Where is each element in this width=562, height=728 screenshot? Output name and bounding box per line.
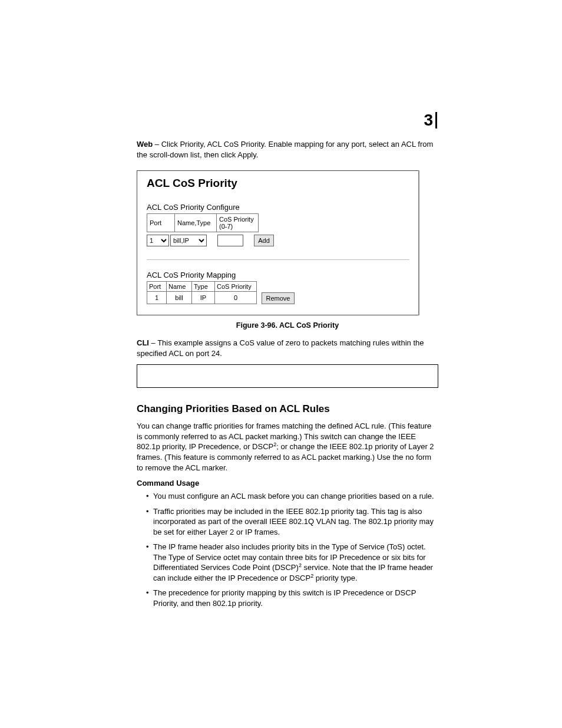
port-select[interactable]: 1 (147, 235, 169, 246)
nametype-select[interactable]: bill,IP (170, 235, 207, 246)
cli-paragraph: CLI – This example assigns a CoS value o… (137, 338, 438, 358)
map-header-type: Type (192, 281, 215, 292)
remove-button[interactable]: Remove (262, 292, 295, 304)
mapping-heading: ACL CoS Priority Mapping (147, 271, 409, 279)
map-header-name: Name (167, 281, 192, 292)
list-item: The precedence for priority mapping by t… (146, 588, 438, 608)
header-port: Port (147, 213, 175, 232)
command-usage-heading: Command Usage (137, 479, 438, 487)
section-paragraph: You can change traffic priorities for fr… (137, 421, 438, 473)
mapping-header-row: Port Name Type CoS Priority (147, 281, 409, 292)
configure-header-row: Port Name,Type CoS Priority (0-7) (147, 213, 409, 232)
web-label: Web (137, 140, 153, 149)
header-nametype: Name,Type (175, 213, 217, 232)
cli-label: CLI (137, 338, 149, 347)
mapping-row: 1 bill IP 0 Remove (147, 292, 409, 304)
list-item: You must configure an ACL mask before yo… (146, 491, 438, 502)
map-header-port: Port (147, 281, 167, 292)
map-cell-type: IP (192, 292, 215, 304)
map-header-cos: CoS Priority (215, 281, 257, 292)
cli-example-box (137, 364, 438, 388)
configure-heading: ACL CoS Priority Configure (147, 203, 409, 212)
usage-list: You must configure an ACL mask before yo… (137, 491, 438, 608)
map-cell-name: bill (167, 292, 192, 304)
figure-title: ACL CoS Priority (147, 177, 409, 190)
map-cell-cos: 0 (215, 292, 257, 304)
web-intro-paragraph: Web – Click Priority, ACL CoS Priority. … (137, 139, 438, 160)
figure-caption: Figure 3-96. ACL CoS Priority (137, 321, 438, 330)
add-button[interactable]: Add (254, 235, 274, 246)
configure-controls-row: 1 bill,IP Add (147, 235, 409, 246)
cos-input[interactable] (217, 235, 243, 246)
divider (147, 259, 409, 260)
header-cos: CoS Priority (0-7) (217, 213, 259, 232)
list-item: Traffic priorities may be included in th… (146, 506, 438, 538)
chapter-number: 3 (424, 112, 437, 129)
figure-acl-cos-priority: ACL CoS Priority ACL CoS Priority Config… (137, 170, 419, 315)
section-heading: Changing Priorities Based on ACL Rules (137, 403, 438, 415)
li3-part-c: priority type. (313, 574, 357, 582)
map-cell-port: 1 (147, 292, 167, 304)
web-text: – Click Priority, ACL CoS Priority. Enab… (137, 140, 433, 159)
list-item: The IP frame header also includes priori… (146, 542, 438, 583)
cli-text: – This example assigns a CoS value of ze… (137, 338, 424, 358)
